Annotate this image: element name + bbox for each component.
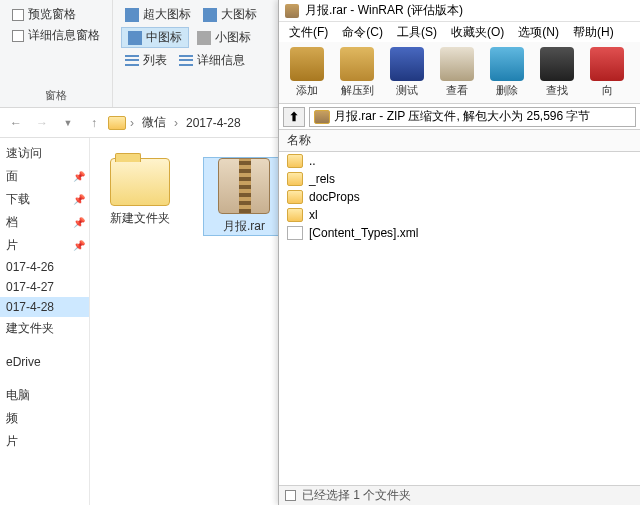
file-item-rar[interactable]: 月报.rar — [204, 158, 284, 235]
toolbar-delete-button[interactable]: 删除 — [483, 44, 531, 102]
winrar-file-list[interactable]: .. _rels docProps xl [Content_Types].xml — [279, 152, 640, 485]
folder-icon — [287, 172, 303, 186]
list-icon — [179, 54, 193, 68]
menu-command[interactable]: 命令(C) — [336, 23, 389, 42]
list-icon — [125, 54, 139, 68]
menu-help[interactable]: 帮助(H) — [567, 23, 620, 42]
winrar-window: 月报.rar - WinRAR (评估版本) 文件(F) 命令(C) 工具(S)… — [278, 0, 640, 505]
toolbar-add-button[interactable]: 添加 — [283, 44, 331, 102]
sidebar-quick-access[interactable]: 速访问 — [0, 142, 89, 165]
tiles-icon — [125, 8, 139, 22]
pin-icon: 📌 — [73, 171, 85, 182]
tiles-icon — [197, 31, 211, 45]
go-up-button[interactable]: ⬆ — [283, 107, 305, 127]
tiles-icon — [203, 8, 217, 22]
sidebar-folder[interactable]: 017-4-27 — [0, 277, 89, 297]
wizard-icon — [590, 47, 624, 81]
winrar-path-bar: ⬆ 月报.rar - ZIP 压缩文件, 解包大小为 25,596 字节 — [279, 104, 640, 130]
menu-favorites[interactable]: 收藏夹(O) — [445, 23, 510, 42]
breadcrumb-item[interactable]: 2017-4-28 — [182, 114, 245, 132]
column-name[interactable]: 名称 — [287, 132, 311, 149]
tiles-icon — [128, 31, 142, 45]
list-row-folder[interactable]: xl — [279, 206, 640, 224]
status-text: 已经选择 1 个文件夹 — [302, 487, 411, 504]
sidebar-pictures[interactable]: 片 — [0, 430, 89, 453]
nav-up-button[interactable]: ↑ — [82, 111, 106, 135]
list-row-folder[interactable]: _rels — [279, 170, 640, 188]
archive-path-box[interactable]: 月报.rar - ZIP 压缩文件, 解包大小为 25,596 字节 — [309, 107, 636, 127]
view-details[interactable]: 详细信息 — [175, 50, 249, 71]
chevron-right-icon: › — [128, 116, 136, 130]
explorer-sidebar: 速访问 面📌 下载📌 档📌 片📌 017-4-26 017-4-27 017-4… — [0, 138, 90, 505]
preview-pane-toggle[interactable]: 预览窗格 — [8, 4, 104, 25]
toolbar-wizard-button[interactable]: 向 — [583, 44, 631, 102]
list-row-file[interactable]: [Content_Types].xml — [279, 224, 640, 242]
folder-icon — [110, 158, 170, 206]
sidebar-folder[interactable]: 建文件夹 — [0, 317, 89, 340]
winrar-menubar: 文件(F) 命令(C) 工具(S) 收藏夹(O) 选项(N) 帮助(H) — [279, 22, 640, 42]
window-title: 月报.rar - WinRAR (评估版本) — [305, 2, 463, 19]
winrar-column-header: 名称 — [279, 130, 640, 152]
ribbon-group-panes: 预览窗格 详细信息窗格 窗格 — [0, 0, 113, 107]
folder-icon — [287, 208, 303, 222]
checkbox-icon — [12, 9, 24, 21]
menu-options[interactable]: 选项(N) — [512, 23, 565, 42]
test-icon — [390, 47, 424, 81]
view-medium[interactable]: 中图标 — [121, 27, 189, 48]
list-row-up[interactable]: .. — [279, 152, 640, 170]
toolbar-find-button[interactable]: 查找 — [533, 44, 581, 102]
toolbar-view-button[interactable]: 查看 — [433, 44, 481, 102]
folder-icon — [108, 116, 126, 130]
breadcrumb-item[interactable]: 微信 — [138, 112, 170, 133]
sidebar-pictures[interactable]: 片📌 — [0, 234, 89, 257]
up-arrow-icon: ⬆ — [289, 110, 299, 124]
details-pane-toggle[interactable]: 详细信息窗格 — [8, 25, 104, 46]
archive-icon — [314, 110, 330, 124]
ribbon-group-label: 窗格 — [8, 86, 104, 105]
file-label: 新建文件夹 — [100, 210, 180, 227]
list-row-folder[interactable]: docProps — [279, 188, 640, 206]
add-archive-icon — [290, 47, 324, 81]
winrar-toolbar: 添加 解压到 测试 查看 删除 查找 向 — [279, 42, 640, 104]
nav-forward-button[interactable]: → — [30, 111, 54, 135]
rar-archive-icon — [218, 158, 270, 214]
sidebar-desktop[interactable]: 面📌 — [0, 165, 89, 188]
checkbox-icon — [12, 30, 24, 42]
winrar-app-icon — [285, 4, 299, 18]
sidebar-downloads[interactable]: 下载📌 — [0, 188, 89, 211]
delete-icon — [490, 47, 524, 81]
sidebar-videos[interactable]: 频 — [0, 407, 89, 430]
toolbar-extract-button[interactable]: 解压到 — [333, 44, 381, 102]
pin-icon: 📌 — [73, 194, 85, 205]
preview-pane-label: 预览窗格 — [28, 6, 76, 23]
archive-path-text: 月报.rar - ZIP 压缩文件, 解包大小为 25,596 字节 — [334, 108, 591, 125]
pin-icon: 📌 — [73, 240, 85, 251]
file-icon — [287, 226, 303, 240]
nav-back-button[interactable]: ← — [4, 111, 28, 135]
file-label: 月报.rar — [204, 218, 284, 235]
winrar-titlebar[interactable]: 月报.rar - WinRAR (评估版本) — [279, 0, 640, 22]
folder-up-icon — [287, 154, 303, 168]
view-extra-large[interactable]: 超大图标 — [121, 4, 195, 25]
extract-icon — [340, 47, 374, 81]
view-small[interactable]: 小图标 — [193, 27, 255, 48]
view-icon — [440, 47, 474, 81]
toolbar-test-button[interactable]: 测试 — [383, 44, 431, 102]
view-list[interactable]: 列表 — [121, 50, 171, 71]
sidebar-documents[interactable]: 档📌 — [0, 211, 89, 234]
menu-tools[interactable]: 工具(S) — [391, 23, 443, 42]
file-item-folder[interactable]: 新建文件夹 — [100, 158, 180, 227]
menu-file[interactable]: 文件(F) — [283, 23, 334, 42]
nav-history-button[interactable]: ▼ — [56, 111, 80, 135]
details-pane-label: 详细信息窗格 — [28, 27, 100, 44]
sidebar-folder[interactable]: 017-4-26 — [0, 257, 89, 277]
chevron-right-icon: › — [172, 116, 180, 130]
folder-icon — [287, 190, 303, 204]
sidebar-folder[interactable]: 017-4-28 — [0, 297, 89, 317]
pin-icon: 📌 — [73, 217, 85, 228]
checkbox-icon — [285, 490, 296, 501]
winrar-status-bar: 已经选择 1 个文件夹 — [279, 485, 640, 505]
sidebar-this-pc[interactable]: 电脑 — [0, 384, 89, 407]
view-large[interactable]: 大图标 — [199, 4, 261, 25]
sidebar-onedrive[interactable]: eDrive — [0, 352, 89, 372]
